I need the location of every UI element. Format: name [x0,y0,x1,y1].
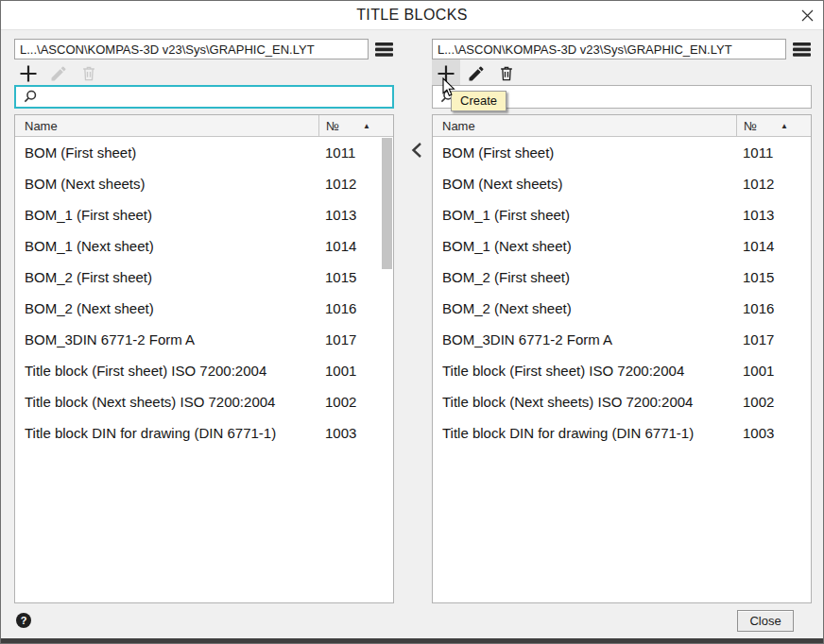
row-number: 1013 [325,207,356,223]
row-number: 1017 [325,331,356,347]
row-number: 1013 [743,207,774,223]
table-row[interactable]: Title block (Next sheets) ISO 7200:2004 … [433,386,811,417]
table-row[interactable]: Title block DIN for drawing (DIN 6771-1)… [433,417,811,449]
close-button[interactable]: Close [737,610,794,632]
table-row[interactable]: BOM (First sheet) 1011 [15,137,393,168]
table-header: Name № ▲ [15,115,393,137]
row-number: 1011 [325,144,355,161]
dialog-title: TITLE BLOCKS [1,1,823,30]
row-number: 1014 [743,238,774,254]
search-input-right[interactable] [455,89,811,106]
delete-button-right[interactable] [492,59,521,88]
vertical-scrollbar[interactable] [382,138,392,269]
table-body: BOM (First sheet) 1011 BOM (Next sheets)… [433,137,811,449]
create-tooltip: Create [451,91,506,111]
row-name: BOM_2 (First sheet) [15,269,152,285]
table-row[interactable]: BOM_2 (Next sheet) 1016 [15,293,393,324]
row-name: BOM_2 (Next sheet) [433,300,572,316]
table-row[interactable]: BOM_2 (Next sheet) 1016 [433,293,811,324]
row-name: BOM_2 (Next sheet) [15,300,154,316]
row-number: 1002 [743,394,774,410]
row-name: BOM_1 (First sheet) [15,207,152,223]
row-number: 1003 [325,425,356,441]
left-library-panel: Name № ▲ BOM (First sheet) 1011 BOM (Nex… [14,39,394,603]
row-number: 1011 [743,144,773,161]
row-name: BOM (Next sheets) [15,176,146,192]
column-header-name[interactable]: Name [25,115,58,137]
sort-ascending-icon[interactable]: ▲ [363,115,370,137]
row-number: 1003 [743,425,774,441]
table-row[interactable]: BOM (Next sheets) 1012 [433,168,811,199]
row-name: Title block DIN for drawing (DIN 6771-1) [433,425,694,441]
row-name: BOM_1 (Next sheet) [433,238,572,254]
row-name: Title block (Next sheets) ISO 7200:2004 [433,394,693,410]
search-input-left[interactable] [38,89,392,106]
edit-button-right[interactable] [462,59,490,88]
table-row[interactable]: BOM (First sheet) 1011 [433,137,811,168]
table-row[interactable]: BOM_3DIN 6771-2 Form A 1017 [15,324,393,355]
sort-ascending-icon[interactable]: ▲ [781,115,788,137]
search-box-left [14,85,394,109]
library-menu-icon-right[interactable] [792,41,812,59]
row-name: Title block (Next sheets) ISO 7200:2004 [15,394,275,410]
row-name: BOM_1 (First sheet) [433,207,570,223]
title-blocks-table-right: Name № ▲ BOM (First sheet) 1011 BOM (Nex… [432,114,812,603]
row-name: Title block (First sheet) ISO 7200:2004 [433,363,684,379]
dialog-bottom-edge [1,638,823,643]
collapse-panel-button[interactable] [403,137,428,163]
column-separator [318,115,319,136]
title-blocks-dialog: TITLE BLOCKS [0,0,824,644]
table-row[interactable]: Title block (Next sheets) ISO 7200:2004 … [15,386,393,417]
table-row[interactable]: Title block DIN for drawing (DIN 6771-1)… [15,417,393,449]
row-number: 1015 [743,269,774,285]
table-row[interactable]: Title block (First sheet) ISO 7200:2004 … [15,355,393,386]
mouse-cursor-icon [442,77,455,97]
help-button[interactable]: ? [16,613,31,628]
row-number: 1002 [325,394,356,410]
row-number: 1012 [325,176,356,192]
table-row[interactable]: BOM_1 (First sheet) 1013 [433,199,811,230]
table-row[interactable]: BOM_2 (First sheet) 1015 [433,262,811,293]
row-name: BOM (First sheet) [433,144,554,161]
row-number: 1015 [325,269,356,285]
column-separator [736,115,737,136]
row-number: 1016 [325,300,356,316]
table-row[interactable]: BOM_1 (Next sheet) 1014 [15,230,393,262]
table-row[interactable]: BOM_2 (First sheet) 1015 [15,262,393,293]
row-number: 1012 [743,176,774,192]
row-number: 1016 [743,300,774,316]
delete-button-left[interactable] [75,59,103,88]
row-number: 1017 [743,331,774,347]
right-library-panel: Name № ▲ BOM (First sheet) 1011 BOM (Nex… [432,39,812,603]
row-name: Title block (First sheet) ISO 7200:2004 [15,363,266,379]
close-icon[interactable] [800,8,815,23]
row-name: BOM_3DIN 6771-2 Form A [433,331,612,347]
table-header: Name № ▲ [433,115,811,137]
table-row[interactable]: BOM (Next sheets) 1012 [15,168,393,199]
edit-button-left[interactable] [44,59,73,88]
row-name: BOM_3DIN 6771-2 Form A [15,331,195,347]
table-row[interactable]: BOM_1 (First sheet) 1013 [15,199,393,230]
column-header-name[interactable]: Name [442,115,475,137]
row-name: BOM_2 (First sheet) [433,269,570,285]
library-path-field-left[interactable] [14,39,369,59]
table-body: BOM (First sheet) 1011 BOM (Next sheets)… [15,137,393,449]
title-blocks-table-left: Name № ▲ BOM (First sheet) 1011 BOM (Nex… [14,114,394,603]
row-name: BOM_1 (Next sheet) [15,238,154,254]
row-number: 1014 [325,238,356,254]
create-button-left[interactable] [14,59,43,88]
title-bar: TITLE BLOCKS [1,1,823,30]
table-row[interactable]: Title block (First sheet) ISO 7200:2004 … [433,355,811,386]
library-menu-icon-left[interactable] [374,41,394,59]
row-name: BOM (First sheet) [15,144,136,161]
table-row[interactable]: BOM_1 (Next sheet) 1014 [433,230,811,262]
row-number: 1001 [743,363,774,379]
row-name: Title block DIN for drawing (DIN 6771-1) [15,425,276,441]
row-name: BOM (Next sheets) [433,176,563,192]
table-row[interactable]: BOM_3DIN 6771-2 Form A 1017 [433,324,811,355]
row-number: 1001 [325,363,356,379]
search-icon [22,89,38,105]
library-path-field-right[interactable] [432,39,786,59]
column-header-number[interactable]: № [326,115,339,137]
column-header-number[interactable]: № [744,115,757,137]
